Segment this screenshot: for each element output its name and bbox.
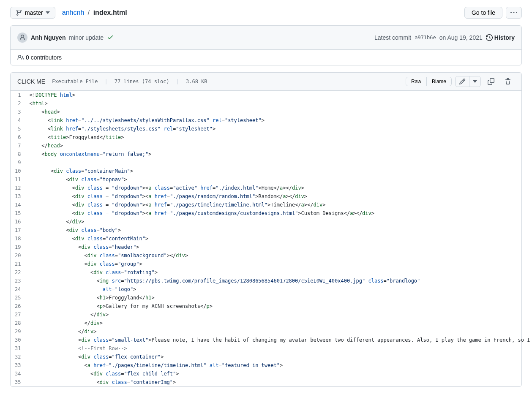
line-number[interactable]: 29 [11,327,25,336]
code-line: 14 <div class = "dropdown"><a href="./pa… [11,201,532,209]
line-number[interactable]: 33 [11,361,25,370]
line-number[interactable]: 14 [11,201,25,209]
breadcrumb-repo-link[interactable]: anhcnh [62,9,85,16]
check-icon[interactable] [107,34,114,42]
code-content[interactable]: <div class="contentMain"> [25,234,532,243]
code-content[interactable]: <div class="rotating"> [25,268,532,277]
code-content[interactable]: <div class = "dropdown"><a href="./pages… [25,209,532,218]
executable-file-label: Executable File [52,79,98,84]
line-number[interactable]: 22 [11,268,25,277]
line-number[interactable]: 26 [11,302,25,310]
file-size: 3.68 KB [186,79,207,84]
copy-button[interactable] [484,76,498,87]
code-content[interactable]: </div> [25,218,532,226]
code-content[interactable]: alt="logo"> [25,285,532,294]
line-number[interactable]: 25 [11,294,25,302]
line-number[interactable]: 6 [11,133,25,141]
line-number[interactable]: 11 [11,175,25,184]
code-content[interactable]: <div class="topnav"> [25,175,532,184]
line-number[interactable]: 16 [11,218,25,226]
code-content[interactable] [25,158,532,167]
line-number[interactable]: 13 [11,192,25,201]
go-to-file-button[interactable]: Go to file [464,7,502,19]
code-content[interactable]: <head> [25,108,532,116]
code-line: 9 [11,158,532,167]
code-content[interactable]: <div class="group"> [25,260,532,268]
line-number[interactable]: 34 [11,370,25,378]
code-line: 21 <div class="group"> [11,260,532,268]
code-content[interactable]: <div class = "dropdown"><a href="./pages… [25,201,532,209]
code-line: 30 <div class="small-text">Please note, … [11,336,532,344]
code-content[interactable]: <div class="flex-container"> [25,353,532,361]
code-content[interactable]: <title>Froggyland</title> [25,133,532,141]
line-number[interactable]: 35 [11,378,25,386]
code-content[interactable]: <link href="./stylesheets/styles.css" re… [25,125,532,133]
line-number[interactable]: 30 [11,336,25,344]
line-number[interactable]: 18 [11,234,25,243]
line-number[interactable]: 1 [11,91,25,99]
branch-select-button[interactable]: master [10,7,55,19]
code-content[interactable]: <!DOCTYPE html> [25,91,532,99]
line-number[interactable]: 5 [11,125,25,133]
code-content[interactable]: <div class="header"> [25,243,532,251]
code-content[interactable]: <div class="flex-child left"> [25,370,532,378]
line-number[interactable]: 12 [11,184,25,192]
code-content[interactable]: <!--First Row--> [25,344,532,353]
code-content[interactable]: <div class = "dropdown"><a href="./pages… [25,192,532,201]
commit-message[interactable]: minor update [67,34,104,41]
trash-icon [505,78,511,85]
line-number[interactable]: 3 [11,108,25,116]
avatar[interactable] [17,33,27,43]
code-content[interactable]: <div class="containerMain"> [25,167,532,175]
code-line: 33 <a href="./pages/timeline/timeline.ht… [11,361,532,370]
code-content[interactable]: <body oncontextmenu="return false;"> [25,150,532,158]
code-content[interactable]: <div class="small-text">Please note, I h… [25,336,532,344]
code-content[interactable]: <img src="https://pbs.twimg.com/profile_… [25,277,532,285]
delete-button[interactable] [501,76,515,87]
line-number[interactable]: 17 [11,226,25,234]
commit-author[interactable]: Anh Nguyen [31,34,65,41]
code-line: 25 <h1>Froggyland</h1> [11,294,532,302]
line-number[interactable]: 2 [11,99,25,108]
history-link[interactable]: History [486,34,515,41]
code-content[interactable]: <h1>Froggyland</h1> [25,294,532,302]
line-number[interactable]: 10 [11,167,25,175]
raw-blame-group: Raw Blame [406,77,452,86]
history-icon [486,34,493,41]
code-content[interactable]: </div> [25,327,532,336]
line-number[interactable]: 23 [11,277,25,285]
raw-button[interactable]: Raw [406,77,427,86]
line-number[interactable]: 15 [11,209,25,218]
line-number[interactable]: 27 [11,310,25,319]
code-line: 34 <div class="flex-child left"> [11,370,532,378]
line-number[interactable]: 4 [11,116,25,125]
line-number[interactable]: 31 [11,344,25,353]
code-content[interactable]: <div class="containerImg"> [25,378,532,386]
caret-down-icon [46,11,50,14]
code-content[interactable]: <div class="body"> [25,226,532,234]
code-content[interactable]: </head> [25,141,532,150]
code-content[interactable]: <p>Gallery for my ACNH screenshots</p> [25,302,532,310]
code-content[interactable]: </div> [25,319,532,327]
edit-dropdown-button[interactable] [469,76,480,87]
line-number[interactable]: 7 [11,141,25,150]
breadcrumb: anhcnh / index.html [62,9,127,16]
code-content[interactable]: <link href="../../stylesheets/stylesWith… [25,116,532,125]
line-number[interactable]: 9 [11,158,25,167]
line-number[interactable]: 21 [11,260,25,268]
edit-button[interactable] [456,76,469,87]
code-content[interactable]: <html> [25,99,532,108]
code-content[interactable]: <a href="./pages/timeline/timeline.html"… [25,361,532,370]
line-number[interactable]: 19 [11,243,25,251]
line-number[interactable]: 28 [11,319,25,327]
code-content[interactable]: </div> [25,310,532,319]
line-number[interactable]: 24 [11,285,25,294]
code-content[interactable]: <div class="smolbackground"></div> [25,251,532,260]
line-number[interactable]: 8 [11,150,25,158]
blame-button[interactable]: Blame [427,77,451,86]
commit-sha[interactable]: a971b6e [415,35,436,41]
code-content[interactable]: <div class = "dropdown"><a class="active… [25,184,532,192]
line-number[interactable]: 20 [11,251,25,260]
line-number[interactable]: 32 [11,353,25,361]
more-options-button[interactable] [506,7,522,19]
